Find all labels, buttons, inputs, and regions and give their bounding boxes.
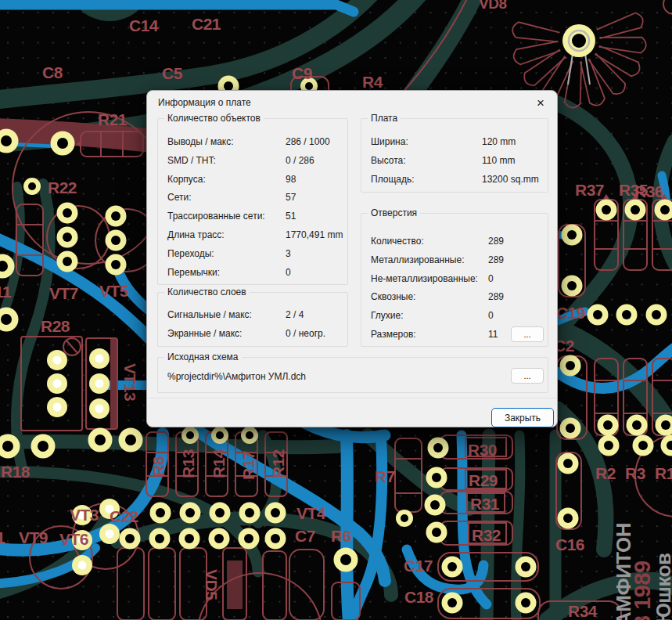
pcb-ref-label: R14 <box>210 449 228 478</box>
pcb-ref-label: 1 <box>0 528 5 546</box>
pcb-ref-label: C9 <box>292 64 312 82</box>
pcb-ref-label: C8 <box>42 63 63 81</box>
stat-row: Сквозные:289 <box>361 288 548 307</box>
pcb-ref-label: VT3 <box>70 506 99 524</box>
pcb-ref-label: R17 <box>239 451 257 480</box>
group-title: Плата <box>368 113 401 124</box>
stat-row: Ширина:120 mm <box>361 133 548 152</box>
pcb-ref-label: R30 <box>468 441 497 459</box>
pcb-ref-label: C19 <box>556 304 585 322</box>
pcb-ref-label: R6 <box>331 527 351 545</box>
close-button[interactable]: × <box>530 95 551 111</box>
stat-row: Сигнальные / макс:2 / 4 <box>158 306 347 325</box>
pcb-ref-label: VT9 <box>19 528 48 546</box>
close-dialog-button[interactable]: Закрыть <box>491 408 554 427</box>
dialog-title: Информация о плате <box>158 97 251 108</box>
pcb-ref-label: R13 <box>179 449 197 478</box>
stat-row: Площадь:13200 sq.mm <box>361 171 548 189</box>
pcb-ref-label: R2 <box>595 464 616 482</box>
group-layers: Количество слоев Сигнальные / макс:2 / 4… <box>157 292 348 347</box>
pcb-ref-label: R1 <box>655 464 672 482</box>
browse-schematic-button[interactable]: ... <box>511 368 544 384</box>
stat-row: Экранные / макс:0 / неогр. <box>158 325 347 344</box>
pcb-ref-label: VT4 <box>296 504 326 522</box>
stat-row: Не-металлизированные:0 <box>361 270 548 289</box>
pcb-ref-label: R31 <box>470 495 500 513</box>
pcb-ref-label: Юшков <box>652 553 672 620</box>
pcb-ref-label: R22 <box>48 178 77 196</box>
pcb-ref-label: VT7 <box>49 284 78 302</box>
stat-row: Металлизированные:289 <box>361 251 548 270</box>
hole-sizes-button[interactable]: ... <box>511 326 544 342</box>
stat-row: Глухие:0 <box>361 307 548 326</box>
stat-row: Корпуса:98 <box>158 171 347 189</box>
pcb-ref-label: VT13 <box>121 363 139 401</box>
pcb-ref-label: R37 <box>575 181 604 199</box>
pcb-ref-label: R29 <box>469 471 498 489</box>
group-title: Количество слоев <box>164 287 250 297</box>
pcb-ref-label: R28 <box>41 317 70 335</box>
pcb-ref-label: VT5 <box>99 282 129 300</box>
close-icon: × <box>537 96 544 110</box>
pcb-ref-label: C7 <box>295 527 315 545</box>
pcb-ref-label: C16 <box>555 535 584 553</box>
group-board: Плата Ширина:120 mm Высота:110 mm Площад… <box>361 118 548 193</box>
stat-row: SMD / THT:0 / 286 <box>158 152 347 171</box>
stat-row: Длина трасс:1770,491 mm <box>158 226 347 245</box>
stat-row: Переходы:3 <box>158 245 347 264</box>
dialog-titlebar[interactable]: Информация о плате <box>147 91 557 114</box>
pcb-ref-label: 11 <box>0 283 12 301</box>
stat-row: Сети:57 <box>158 189 347 207</box>
pcb-ref-label: R4 <box>362 73 383 91</box>
group-title: Количество объектов <box>164 113 264 124</box>
stat-row: Высота:110 mm <box>361 152 548 171</box>
pcb-ref-label: C21 <box>192 15 221 33</box>
pcb-ref-label: R8 <box>149 456 167 477</box>
pcb-ref-label: VD8 <box>479 0 506 12</box>
app-window: C14C21C8C5C9R4VD8R21R2211VT7VT5R28VT13R1… <box>0 0 672 620</box>
group-title: Исходная схема <box>164 351 242 362</box>
schematic-path: %projectdir%\Амфитон УМЛ.dch <box>167 370 306 384</box>
pcb-ref-label: R12 <box>269 449 287 478</box>
stat-row: Трассированные сети:51 <box>158 207 347 226</box>
pcb-ref-label: R34 <box>568 602 598 620</box>
group-title: Отверстия <box>368 207 420 218</box>
group-object-counts: Количество объектов Выводы / макс:286 / … <box>157 118 348 285</box>
footer-divider <box>147 398 557 398</box>
pcb-ref-label: C5 <box>162 64 183 82</box>
pcb-ref-label: C22 <box>110 507 138 525</box>
stat-row: Количество:289 <box>361 232 548 251</box>
pcb-ref-label: VT6 <box>59 530 88 548</box>
pcb-ref-label: C17 <box>404 557 433 575</box>
pcb-ref-label: VD5 <box>203 569 221 600</box>
pcb-ref-label: R32 <box>472 526 501 544</box>
pcb-ref-label: R18 <box>1 463 31 481</box>
stat-row: Выводы / макс:286 / 1000 <box>158 133 347 152</box>
pcb-ref-label: R7 <box>375 467 395 485</box>
group-source-schematic: Исходная схема %projectdir%\Амфитон УМЛ.… <box>157 357 548 393</box>
pcb-ref-label: C14 <box>129 16 159 34</box>
group-holes: Отверстия Количество:289 Металлизированн… <box>361 213 548 347</box>
pcb-ref-label: R21 <box>98 110 128 128</box>
stat-row: Перемычки:0 <box>158 264 347 283</box>
pcb-ref-label: C18 <box>404 588 434 606</box>
board-info-dialog: Информация о плате × Количество объектов… <box>146 90 558 427</box>
pcb-ref-label: R3 <box>625 464 645 482</box>
pcb-ref-label: R36 <box>634 182 663 200</box>
